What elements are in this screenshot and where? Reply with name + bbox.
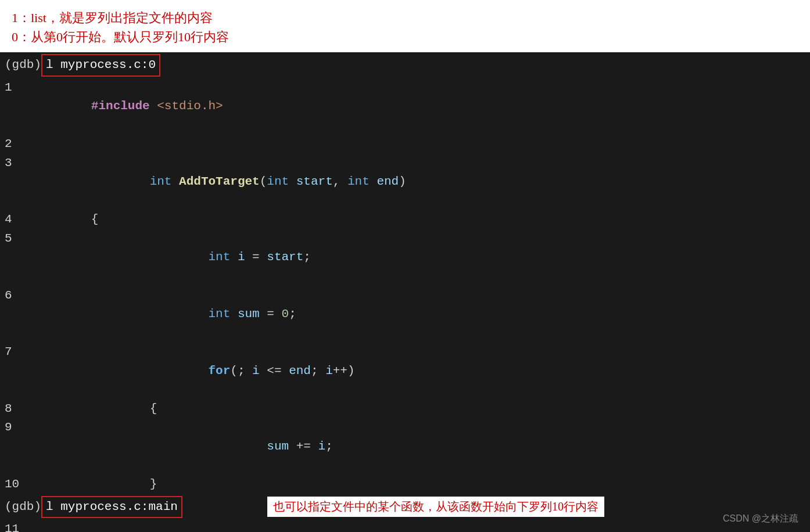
code-line-11: 11 [0,520,810,532]
line-num-1: 1 [5,78,33,98]
var-i-for: i [252,364,260,378]
func-name-addtotarget: AddToTarget [179,175,260,188]
line-content-6: int sum = 0; [33,286,296,343]
line-num-10: 10 [5,475,33,494]
annotation-line-1: 1：list，就是罗列出指定文件的内容 [12,8,798,27]
gdb-cmd-2: l myprocess.c:main [41,496,182,519]
line-num-9: 9 [5,418,33,437]
gdb-prompt-2: (gdb) l myprocess.c:main [0,494,182,520]
literal-0-sum: 0 [282,307,289,321]
line-num-11: 11 [5,520,33,532]
line-num-6: 6 [5,286,33,305]
preprocessor-keyword: #include [91,99,150,113]
annotation-line-2: 0：从第0行开始。默认只罗列10行内容 [12,27,798,46]
code-line-7: 7 for(; i <= end; i++) [0,343,810,400]
line-content-4: { [33,210,98,229]
code-line-3: 3 int AddToTarget(int start, int end) [0,154,810,211]
keyword-int-rettype: int [150,175,172,188]
var-sum: sum [238,307,260,321]
gdb-prompt-text-2: (gdb) [5,498,41,517]
code-line-1: 1 #include <stdio.h> [0,78,810,135]
keyword-int-param1: int [267,175,289,188]
code-line-9: 9 sum += i; [0,418,810,475]
line-content-2 [33,135,40,154]
gdb-prompt-2-container: (gdb) l myprocess.c:main 也可以指定文件中的某个函数，从… [0,494,810,520]
line-content-3: int AddToTarget(int start, int end) [33,154,406,211]
annotation-area: 1：list，就是罗列出指定文件的内容 0：从第0行开始。默认只罗列10行内容 [0,0,810,52]
terminal-area: (gdb) l myprocess.c:0 1 #include <stdio.… [0,52,810,532]
line-content-11 [33,520,40,532]
code-line-6: 6 int sum = 0; [0,286,810,343]
keyword-int-param2: int [347,175,370,188]
code-line-10: 10 } [0,475,810,494]
line-content-9: sum += i; [33,418,333,475]
line-num-7: 7 [5,343,33,362]
var-i-inc: i [325,364,333,378]
gdb-cmd-1: l myprocess.c:0 [41,54,160,77]
var-end-for: end [289,364,311,378]
keyword-int-i: int [208,250,230,264]
var-i: i [238,250,245,264]
gdb-cmd2-annotation: 也可以指定文件中的某个函数，从该函数开始向下罗列10行内容 [267,497,604,517]
line-content-5: int i = start; [33,229,311,286]
include-header: <stdio.h> [157,99,223,113]
param-start: start [296,175,333,188]
param-end: end [377,175,399,188]
keyword-int-sum: int [208,307,230,321]
code-line-4: 4 { [0,210,810,229]
line-num-8: 8 [5,400,33,419]
var-sum-add: sum [267,440,289,453]
watermark: CSDN @之林注疏 [723,513,798,525]
line-content-7: for(; i <= end; i++) [33,343,355,400]
line-content-1: #include <stdio.h> [33,78,223,135]
code-block: (gdb) l myprocess.c:0 1 #include <stdio.… [0,52,810,532]
gdb-prompt-1: (gdb) l myprocess.c:0 [0,52,810,78]
line-num-2: 2 [5,135,33,154]
keyword-for: for [208,364,230,378]
code-line-5: 5 int i = start; [0,229,810,286]
line-content-8: { [33,400,157,419]
code-line-8: 8 { [0,400,810,419]
code-line-2: 2 [0,135,810,154]
var-start-ref: start [267,250,303,264]
line-content-10: } [33,475,157,494]
gdb-prompt-text-1: (gdb) [5,56,41,75]
line-num-4: 4 [5,210,33,229]
line-num-5: 5 [5,229,33,249]
var-i-add: i [318,440,326,453]
line-num-3: 3 [5,154,33,173]
